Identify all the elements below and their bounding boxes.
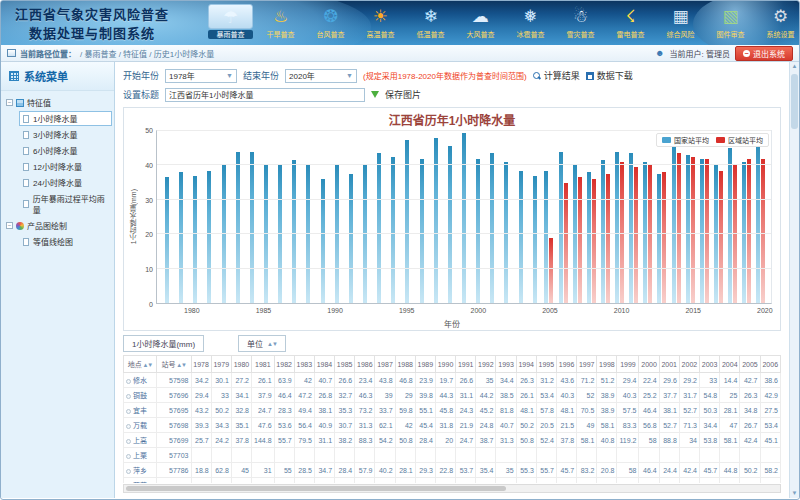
column-header-1981[interactable]: 1981 <box>252 356 275 373</box>
sort-arrows-icon[interactable]: ▲▼ <box>142 362 153 368</box>
toolbar-item-gale[interactable]: ☁大风普查 <box>458 4 503 39</box>
start-year-select[interactable]: 1978年 ▼ <box>165 69 237 83</box>
column-header-1985[interactable]: 1985 <box>335 356 355 373</box>
tree-item-历年暴雨过程平均雨量[interactable]: 历年暴雨过程平均雨量 <box>19 191 112 217</box>
station-name-cell[interactable]: 宜丰 <box>124 403 157 418</box>
toolbar-item-rainstorm[interactable]: ☂暴雨普查 <box>208 4 253 39</box>
end-year-select[interactable]: 2020年 ▼ <box>285 69 357 83</box>
column-header-1996[interactable]: 1996 <box>556 356 576 373</box>
column-header-1997[interactable]: 1997 <box>577 356 597 373</box>
column-header-1988[interactable]: 1988 <box>395 356 415 373</box>
value-cell: 47.6 <box>252 418 275 433</box>
column-header-2005[interactable]: 2005 <box>740 356 760 373</box>
chart-title-input[interactable] <box>165 88 365 102</box>
table-filter-box[interactable]: 1小时降水量(mm) <box>123 335 204 352</box>
column-header-1995[interactable]: 1995 <box>536 356 556 373</box>
tree-group-1[interactable]: −产品图绘制 <box>3 218 112 233</box>
tree-toggle-icon[interactable]: − <box>6 222 13 229</box>
station-name-cell[interactable]: 上高 <box>124 433 157 448</box>
tree-item-6小时降水量[interactable]: 6小时降水量 <box>19 143 112 158</box>
toolbar-item-hail[interactable]: ❅冰雹普查 <box>508 4 553 39</box>
column-header-2004[interactable]: 2004 <box>720 356 740 373</box>
column-header-2000[interactable]: 2000 <box>639 356 659 373</box>
vertical-scrollbar[interactable]: ▲ ▼ <box>789 62 799 498</box>
column-header-1979[interactable]: 1979 <box>211 356 231 373</box>
scroll-down-icon[interactable]: ▼ <box>790 489 799 498</box>
value-cell <box>231 448 251 463</box>
vscroll-thumb[interactable] <box>791 74 798 129</box>
column-header-1999[interactable]: 1999 <box>617 356 639 373</box>
row-expand-icon[interactable] <box>126 394 131 399</box>
toolbar-item-snow[interactable]: ☃雪灾普查 <box>558 4 603 39</box>
toolbar-item-high-temp[interactable]: ☀高温普查 <box>358 4 403 39</box>
bar-national-1996 <box>420 159 424 303</box>
row-expand-icon[interactable] <box>126 469 131 474</box>
toolbar-item-drought[interactable]: ♨干旱普查 <box>258 4 303 39</box>
column-header-1991[interactable]: 1991 <box>456 356 476 373</box>
value-cell: 58 <box>617 463 639 478</box>
toolbar-item-low-temp[interactable]: ❄低温普查 <box>408 4 453 39</box>
column-header-1989[interactable]: 1989 <box>415 356 435 373</box>
column-header-2006[interactable]: 2006 <box>760 356 781 373</box>
value-cell: 46.4 <box>274 388 294 403</box>
scroll-up-icon[interactable]: ▲ <box>790 62 799 71</box>
bar-regional-2008 <box>592 179 596 303</box>
column-header-地点[interactable]: 地点 ▲▼ <box>124 356 157 373</box>
tree-item-3小时降水量[interactable]: 3小时降水量 <box>19 127 112 142</box>
tree-item-12小时降水量[interactable]: 12小时降水量 <box>19 159 112 174</box>
column-header-1993[interactable]: 1993 <box>496 356 516 373</box>
row-expand-icon[interactable] <box>126 409 131 414</box>
tree-toggle-icon[interactable]: − <box>6 99 13 106</box>
column-header-1987[interactable]: 1987 <box>375 356 395 373</box>
column-header-2002[interactable]: 2002 <box>679 356 699 373</box>
row-expand-icon[interactable] <box>126 439 131 444</box>
row-expand-icon[interactable] <box>126 454 131 459</box>
station-name-cell[interactable]: 铜鼓 <box>124 388 157 403</box>
column-header-1980[interactable]: 1980 <box>231 356 251 373</box>
tree-group-0[interactable]: −特征值 <box>3 95 112 110</box>
download-button[interactable]: 数据下载 <box>586 69 633 82</box>
sort-arrows-icon[interactable]: ▲▼ <box>176 362 187 368</box>
column-header-1986[interactable]: 1986 <box>355 356 375 373</box>
station-name-cell[interactable]: 修水 <box>124 373 157 388</box>
toolbar-item-settings[interactable]: ⚙系统设置 <box>758 4 799 39</box>
station-name-cell[interactable]: 萍乡 <box>124 463 157 478</box>
row-expand-icon[interactable] <box>126 424 131 429</box>
column-header-2001[interactable]: 2001 <box>659 356 679 373</box>
toolbar-item-map-review[interactable]: ▧图件审查 <box>708 4 753 39</box>
bar-group-2014 <box>669 131 683 303</box>
column-header-1998[interactable]: 1998 <box>597 356 617 373</box>
value-cell: 38.6 <box>760 373 781 388</box>
value-cell <box>415 448 435 463</box>
column-header-1983[interactable]: 1983 <box>294 356 314 373</box>
column-header-1978[interactable]: 1978 <box>191 356 211 373</box>
snow-icon: ☃ <box>558 4 603 29</box>
column-header-1990[interactable]: 1990 <box>435 356 455 373</box>
column-header-2003[interactable]: 2003 <box>699 356 719 373</box>
bar-group-1993 <box>372 131 386 303</box>
logout-button[interactable]: − 退出系统 <box>735 46 793 61</box>
calculate-button[interactable]: 计算结果 <box>533 69 580 82</box>
tree-item-等值线绘图[interactable]: 等值线绘图 <box>19 234 112 249</box>
station-name-cell[interactable]: 上栗 <box>124 448 157 463</box>
app-window: 江西省气象灾害风险普查 数据处理与制图系统 ☂暴雨普查♨干旱普查❂台风普查☀高温… <box>0 0 800 500</box>
toolbar-item-typhoon[interactable]: ❂台风普查 <box>308 4 353 39</box>
unit-select[interactable]: 单位 ▲▼ <box>238 335 286 352</box>
tree-item-24小时降水量[interactable]: 24小时降水量 <box>19 175 112 190</box>
toolbar-item-lightning[interactable]: ☇雷电普查 <box>608 4 653 39</box>
tree-item-1小时降水量[interactable]: 1小时降水量 <box>19 111 112 126</box>
breadcrumb-icon <box>7 49 16 57</box>
station-name-cell[interactable]: 莲花 <box>124 478 157 484</box>
column-header-1992[interactable]: 1992 <box>476 356 496 373</box>
horizontal-scrollbar[interactable] <box>123 484 781 493</box>
tree-item-label: 历年暴雨过程平均雨量 <box>33 193 108 215</box>
row-expand-icon[interactable] <box>126 379 131 384</box>
column-header-站号[interactable]: 站号 ▲▼ <box>157 356 191 373</box>
column-header-1994[interactable]: 1994 <box>516 356 536 373</box>
toolbar-item-composite-risk[interactable]: ▦综合风险 <box>658 4 703 39</box>
hscroll-thumb[interactable] <box>126 486 506 491</box>
save-image-button[interactable]: 保存图片 <box>385 88 421 101</box>
station-name-cell[interactable]: 万载 <box>124 418 157 433</box>
column-header-1984[interactable]: 1984 <box>314 356 334 373</box>
column-header-1982[interactable]: 1982 <box>274 356 294 373</box>
